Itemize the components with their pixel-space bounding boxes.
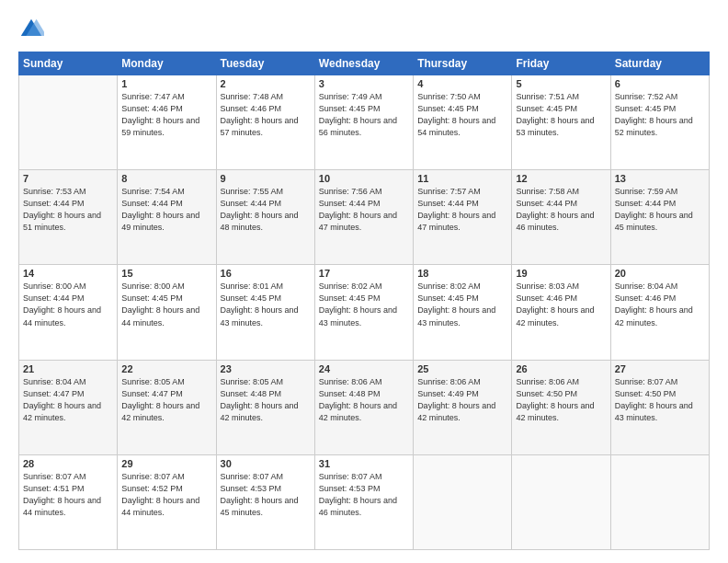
weekday-header: Monday bbox=[118, 52, 216, 75]
calendar-cell: 8Sunrise: 7:54 AMSunset: 4:44 PMDaylight… bbox=[118, 170, 216, 265]
calendar-cell bbox=[414, 454, 512, 549]
cell-info: Sunrise: 8:07 AMSunset: 4:53 PMDaylight:… bbox=[319, 471, 409, 519]
cell-info: Sunrise: 7:47 AMSunset: 4:46 PMDaylight:… bbox=[121, 91, 211, 139]
day-number: 27 bbox=[615, 363, 705, 374]
cell-info: Sunrise: 7:52 AMSunset: 4:45 PMDaylight:… bbox=[615, 91, 705, 139]
page: SundayMondayTuesdayWednesdayThursdayFrid… bbox=[0, 0, 728, 563]
day-number: 30 bbox=[221, 458, 311, 469]
day-number: 16 bbox=[221, 268, 311, 279]
cell-info: Sunrise: 8:02 AMSunset: 4:45 PMDaylight:… bbox=[319, 281, 409, 328]
cell-info: Sunrise: 7:58 AMSunset: 4:44 PMDaylight:… bbox=[516, 186, 606, 234]
calendar-cell: 19Sunrise: 8:03 AMSunset: 4:46 PMDayligh… bbox=[512, 265, 610, 360]
day-number: 24 bbox=[319, 363, 409, 374]
calendar-cell: 10Sunrise: 7:56 AMSunset: 4:44 PMDayligh… bbox=[314, 170, 413, 265]
cell-info: Sunrise: 7:48 AMSunset: 4:46 PMDaylight:… bbox=[221, 91, 311, 139]
calendar-cell bbox=[610, 454, 709, 549]
calendar-cell: 22Sunrise: 8:05 AMSunset: 4:47 PMDayligh… bbox=[118, 360, 216, 454]
cell-info: Sunrise: 8:04 AMSunset: 4:46 PMDaylight:… bbox=[615, 281, 705, 328]
calendar-cell: 5Sunrise: 7:51 AMSunset: 4:45 PMDaylight… bbox=[512, 75, 610, 170]
day-number: 12 bbox=[516, 173, 606, 184]
logo bbox=[18, 17, 48, 42]
cell-info: Sunrise: 8:01 AMSunset: 4:45 PMDaylight:… bbox=[221, 281, 311, 328]
cell-info: Sunrise: 8:06 AMSunset: 4:49 PMDaylight:… bbox=[417, 376, 507, 424]
cell-info: Sunrise: 8:00 AMSunset: 4:44 PMDaylight:… bbox=[23, 281, 113, 328]
calendar-row: 28Sunrise: 8:07 AMSunset: 4:51 PMDayligh… bbox=[19, 454, 710, 549]
day-number: 26 bbox=[516, 363, 606, 374]
calendar-cell: 7Sunrise: 7:53 AMSunset: 4:44 PMDaylight… bbox=[19, 170, 118, 265]
calendar-row: 7Sunrise: 7:53 AMSunset: 4:44 PMDaylight… bbox=[19, 170, 710, 265]
day-number: 25 bbox=[417, 363, 507, 374]
weekday-header: Tuesday bbox=[216, 52, 314, 75]
cell-info: Sunrise: 8:07 AMSunset: 4:51 PMDaylight:… bbox=[23, 471, 113, 519]
calendar-cell: 4Sunrise: 7:50 AMSunset: 4:45 PMDaylight… bbox=[414, 75, 512, 170]
calendar-cell: 28Sunrise: 8:07 AMSunset: 4:51 PMDayligh… bbox=[19, 454, 118, 549]
day-number: 4 bbox=[417, 78, 507, 89]
calendar-cell: 14Sunrise: 8:00 AMSunset: 4:44 PMDayligh… bbox=[19, 265, 118, 360]
calendar-cell: 2Sunrise: 7:48 AMSunset: 4:46 PMDaylight… bbox=[216, 75, 314, 170]
weekday-header: Saturday bbox=[610, 52, 709, 75]
day-number: 7 bbox=[23, 173, 113, 184]
cell-info: Sunrise: 8:06 AMSunset: 4:48 PMDaylight:… bbox=[319, 376, 409, 424]
cell-info: Sunrise: 8:07 AMSunset: 4:52 PMDaylight:… bbox=[121, 471, 211, 519]
day-number: 18 bbox=[417, 268, 507, 279]
cell-info: Sunrise: 8:07 AMSunset: 4:50 PMDaylight:… bbox=[615, 376, 705, 424]
cell-info: Sunrise: 8:00 AMSunset: 4:45 PMDaylight:… bbox=[121, 281, 211, 328]
day-number: 6 bbox=[615, 78, 705, 89]
cell-info: Sunrise: 8:05 AMSunset: 4:48 PMDaylight:… bbox=[221, 376, 311, 424]
calendar-cell: 1Sunrise: 7:47 AMSunset: 4:46 PMDaylight… bbox=[118, 75, 216, 170]
weekday-header: Wednesday bbox=[314, 52, 413, 75]
calendar-cell bbox=[19, 75, 118, 170]
day-number: 13 bbox=[615, 173, 705, 184]
calendar-cell: 17Sunrise: 8:02 AMSunset: 4:45 PMDayligh… bbox=[314, 265, 413, 360]
cell-info: Sunrise: 8:05 AMSunset: 4:47 PMDaylight:… bbox=[121, 376, 211, 424]
cell-info: Sunrise: 7:49 AMSunset: 4:45 PMDaylight:… bbox=[319, 91, 409, 139]
calendar-cell: 26Sunrise: 8:06 AMSunset: 4:50 PMDayligh… bbox=[512, 360, 610, 454]
calendar-cell: 23Sunrise: 8:05 AMSunset: 4:48 PMDayligh… bbox=[216, 360, 314, 454]
calendar-cell: 15Sunrise: 8:00 AMSunset: 4:45 PMDayligh… bbox=[118, 265, 216, 360]
day-number: 23 bbox=[221, 363, 311, 374]
cell-info: Sunrise: 8:03 AMSunset: 4:46 PMDaylight:… bbox=[516, 281, 606, 328]
calendar-cell: 16Sunrise: 8:01 AMSunset: 4:45 PMDayligh… bbox=[216, 265, 314, 360]
calendar-cell: 18Sunrise: 8:02 AMSunset: 4:45 PMDayligh… bbox=[414, 265, 512, 360]
calendar-cell: 6Sunrise: 7:52 AMSunset: 4:45 PMDaylight… bbox=[610, 75, 709, 170]
day-number: 10 bbox=[319, 173, 409, 184]
day-number: 19 bbox=[516, 268, 606, 279]
day-number: 28 bbox=[23, 458, 113, 469]
cell-info: Sunrise: 8:04 AMSunset: 4:47 PMDaylight:… bbox=[23, 376, 113, 424]
calendar-cell bbox=[512, 454, 610, 549]
calendar-cell: 21Sunrise: 8:04 AMSunset: 4:47 PMDayligh… bbox=[19, 360, 118, 454]
cell-info: Sunrise: 8:06 AMSunset: 4:50 PMDaylight:… bbox=[516, 376, 606, 424]
day-number: 17 bbox=[319, 268, 409, 279]
day-number: 15 bbox=[121, 268, 211, 279]
calendar-cell: 3Sunrise: 7:49 AMSunset: 4:45 PMDaylight… bbox=[314, 75, 413, 170]
day-number: 9 bbox=[221, 173, 311, 184]
cell-info: Sunrise: 7:54 AMSunset: 4:44 PMDaylight:… bbox=[121, 186, 211, 234]
header bbox=[18, 17, 710, 42]
day-number: 2 bbox=[221, 78, 311, 89]
day-number: 8 bbox=[121, 173, 211, 184]
day-number: 29 bbox=[121, 458, 211, 469]
day-number: 21 bbox=[23, 363, 113, 374]
day-number: 1 bbox=[121, 78, 211, 89]
weekday-header: Sunday bbox=[19, 52, 118, 75]
calendar-row: 21Sunrise: 8:04 AMSunset: 4:47 PMDayligh… bbox=[19, 360, 710, 454]
calendar-cell: 11Sunrise: 7:57 AMSunset: 4:44 PMDayligh… bbox=[414, 170, 512, 265]
day-number: 20 bbox=[615, 268, 705, 279]
weekday-header: Thursday bbox=[414, 52, 512, 75]
calendar-cell: 20Sunrise: 8:04 AMSunset: 4:46 PMDayligh… bbox=[610, 265, 709, 360]
calendar-cell: 31Sunrise: 8:07 AMSunset: 4:53 PMDayligh… bbox=[314, 454, 413, 549]
calendar-cell: 24Sunrise: 8:06 AMSunset: 4:48 PMDayligh… bbox=[314, 360, 413, 454]
cell-info: Sunrise: 7:59 AMSunset: 4:44 PMDaylight:… bbox=[615, 186, 705, 234]
calendar-cell: 25Sunrise: 8:06 AMSunset: 4:49 PMDayligh… bbox=[414, 360, 512, 454]
cell-info: Sunrise: 7:56 AMSunset: 4:44 PMDaylight:… bbox=[319, 186, 409, 234]
day-number: 22 bbox=[121, 363, 211, 374]
calendar-row: 14Sunrise: 8:00 AMSunset: 4:44 PMDayligh… bbox=[19, 265, 710, 360]
calendar-row: 1Sunrise: 7:47 AMSunset: 4:46 PMDaylight… bbox=[19, 75, 710, 170]
calendar-cell: 27Sunrise: 8:07 AMSunset: 4:50 PMDayligh… bbox=[610, 360, 709, 454]
cell-info: Sunrise: 7:51 AMSunset: 4:45 PMDaylight:… bbox=[516, 91, 606, 139]
day-number: 11 bbox=[417, 173, 507, 184]
cell-info: Sunrise: 8:07 AMSunset: 4:53 PMDaylight:… bbox=[221, 471, 311, 519]
calendar-table: SundayMondayTuesdayWednesdayThursdayFrid… bbox=[18, 52, 710, 550]
calendar-cell: 9Sunrise: 7:55 AMSunset: 4:44 PMDaylight… bbox=[216, 170, 314, 265]
calendar-cell: 13Sunrise: 7:59 AMSunset: 4:44 PMDayligh… bbox=[610, 170, 709, 265]
